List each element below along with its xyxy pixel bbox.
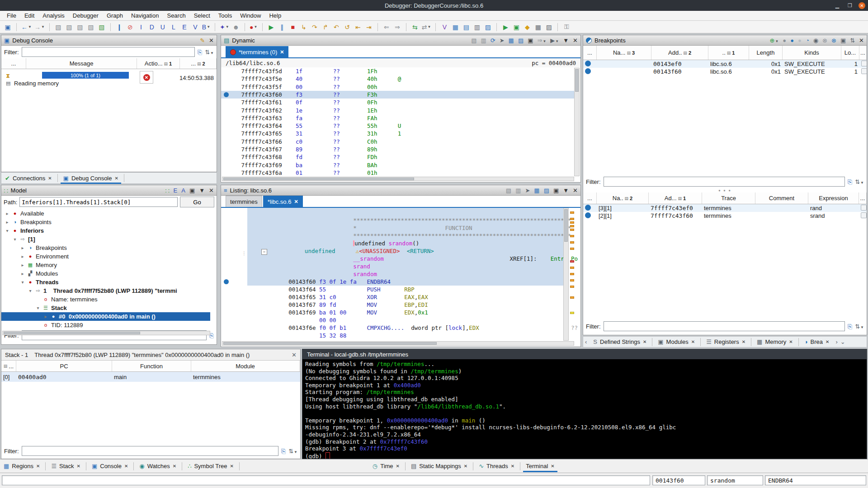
close-icon[interactable]: ✕: [292, 352, 297, 358]
overview-marker[interactable]: [570, 286, 574, 288]
menu-analysis[interactable]: Analysis: [38, 11, 68, 21]
filter-config-icon[interactable]: ⇅▼: [205, 49, 214, 55]
snapshot-icon[interactable]: ▧: [98, 23, 106, 32]
clone-icon[interactable]: ▧: [87, 23, 95, 32]
overview-marker[interactable]: [570, 273, 574, 275]
forward-icon[interactable]: →▼: [34, 23, 45, 32]
kill-icon[interactable]: ■: [289, 23, 297, 32]
column-header[interactable]: ...▤2: [180, 58, 217, 69]
tree-node[interactable]: ▾⇨[1]: [1, 235, 210, 244]
breakpoint-enabled-icon[interactable]: [585, 212, 591, 218]
menu-arrow-icon[interactable]: ▼: [199, 188, 205, 193]
clear-filter-icon[interactable]: ⎘: [281, 448, 286, 454]
bookmark-e-icon[interactable]: E: [180, 23, 189, 32]
overview-marker[interactable]: [570, 241, 574, 244]
refresh-icon[interactable]: ⟳: [491, 38, 495, 43]
debug-console-filter-input[interactable]: [22, 47, 195, 57]
memory-row[interactable]: 7ffff7c43f6a 01 ?? 01h: [221, 169, 574, 177]
nav-next-icon[interactable]: ⇒: [393, 23, 401, 32]
overview-marker[interactable]: [570, 221, 574, 224]
menu-help[interactable]: Help: [265, 11, 285, 21]
column-header[interactable]: Expression: [808, 192, 859, 204]
listing-line[interactable]: 00143f65 31 c0 XOR EAX,EAX: [255, 293, 428, 301]
bookmark-l-icon[interactable]: L: [170, 23, 178, 32]
clear-breakpoint-icon[interactable]: ⊗: [822, 38, 827, 43]
overview-marker[interactable]: [570, 218, 574, 220]
tree-node[interactable]: ▸●Available: [1, 209, 210, 218]
overview-marker[interactable]: [570, 248, 574, 250]
tree-expander[interactable]: ▾: [36, 305, 40, 310]
close-button[interactable]: ✕: [859, 2, 865, 9]
clear-filter-icon[interactable]: ⎘: [198, 49, 202, 55]
terminal-prompt-line[interactable]: (gdb): [305, 452, 330, 459]
tree-expander[interactable]: ▸: [5, 211, 9, 216]
breakpoint-marker-icon[interactable]: [224, 279, 229, 284]
grid-icon[interactable]: ▦: [534, 23, 542, 32]
seek-icon[interactable]: ▣: [840, 38, 846, 43]
save-icon[interactable]: ▣: [4, 23, 12, 32]
tab-console[interactable]: ▣Console✕: [88, 460, 132, 472]
listing-line[interactable]: __srandom XREF[1]: Entry Po: [255, 255, 578, 263]
table-icon[interactable]: ▦: [451, 23, 459, 32]
close-icon[interactable]: ✕: [209, 188, 214, 193]
model-hscrollbar[interactable]: [2, 331, 210, 335]
listing-line[interactable]: * FUNCTION *: [255, 224, 571, 232]
paste-icon[interactable]: ▥: [515, 188, 521, 193]
copy-icon[interactable]: ▧: [471, 38, 476, 43]
column-header[interactable]: Message: [26, 58, 137, 69]
bookmark-b-icon[interactable]: B▼: [202, 23, 210, 32]
table-icon[interactable]: ▦: [534, 188, 539, 193]
column-header[interactable]: ...: [583, 46, 597, 60]
step-into-icon[interactable]: ↳: [300, 23, 308, 32]
copy-icon[interactable]: ▧: [506, 188, 511, 193]
tree-node[interactable]: ▾●Threads: [1, 278, 210, 286]
listing-line[interactable]: srand: [255, 263, 370, 270]
tab-termmines[interactable]: termmines: [226, 196, 262, 207]
breakpoint-row[interactable]: 00143f60libc.so.60x1SW_EXECUTE1: [583, 68, 867, 75]
terminal-output[interactable]: Reading symbols from /tmp/termmines...(N…: [302, 359, 867, 459]
row-checkbox[interactable]: [861, 205, 867, 211]
tab-symbol-tree[interactable]: ∴Symbol Tree✕: [184, 460, 237, 472]
breakpoint-marker-icon[interactable]: [224, 92, 229, 97]
add-breakpoint-icon[interactable]: ⊕▼: [769, 38, 778, 43]
tree-expander[interactable]: ▸: [43, 314, 48, 319]
column-header[interactable]: ...: [859, 192, 867, 204]
tab-connections[interactable]: ✔Connections✕: [1, 172, 56, 184]
column-header[interactable]: Kinds: [783, 46, 841, 60]
bytes-icon[interactable]: ▥: [473, 23, 481, 32]
menu-arrow-icon[interactable]: ▼: [563, 38, 569, 43]
listing-line[interactable]: 00143f69 ba 01 00 MOV EDX,0x1: [255, 309, 428, 316]
column-header[interactable]: Comment: [755, 192, 808, 204]
memory-row[interactable]: 7ffff7c43f65 31 ?? 31h 1: [221, 130, 574, 137]
skip-back-icon[interactable]: ⇤: [354, 23, 362, 32]
overview-marker[interactable]: [570, 235, 574, 237]
tab-defined-strings[interactable]: SDefined Strings✕: [590, 337, 650, 347]
menu-graph[interactable]: Graph: [103, 11, 127, 21]
menu-navigation[interactable]: Navigation: [127, 11, 163, 21]
listing-line[interactable]: 00143f6e f0 0f b1 CMPXCHG.... dword ptr …: [255, 324, 578, 332]
listing-line[interactable]: 00143f67 89 fd MOV EBP,EDI: [255, 301, 428, 309]
menu-tools[interactable]: Tools: [214, 11, 236, 21]
column-header[interactable]: ▤...: [1, 361, 16, 371]
paste-icon[interactable]: ▥: [481, 38, 486, 43]
tab-regions[interactable]: ▦Regions✕: [0, 460, 43, 472]
cancel-task-button[interactable]: ✕: [140, 71, 153, 84]
tree-node[interactable]: ▸●Environment: [1, 252, 210, 261]
locations-filter-input[interactable]: [604, 321, 845, 331]
paste-icon[interactable]: ▧: [54, 23, 62, 32]
tab-terminal[interactable]: Terminal✕: [522, 460, 558, 472]
tree-expander[interactable]: ▾: [28, 288, 33, 293]
memory-row[interactable]: 7ffff7c43f67 89 ?? 89h: [221, 145, 574, 153]
listing-line[interactable]: 00 00: [255, 316, 336, 324]
memory-row[interactable]: 7ffff7c43f5f 00 ?? 00h: [221, 83, 574, 91]
memory-row[interactable]: 7ffff7c43f66 c0 ?? C0h: [221, 138, 574, 145]
enable-breakpoint-icon[interactable]: ●: [783, 38, 786, 43]
column-header[interactable]: ...: [583, 192, 597, 204]
tree-node[interactable]: ▸▞Modules: [1, 269, 210, 278]
copy-special-icon[interactable]: ▧: [76, 23, 84, 32]
tree-node[interactable]: ▸◑Breakpoints: [1, 218, 210, 226]
column-header[interactable]: Na...▤3: [597, 46, 651, 60]
tab-watches[interactable]: ◉Watches✕: [136, 460, 180, 472]
calc-icon[interactable]: ▨: [484, 23, 492, 32]
listing-view[interactable]: ****************************************…: [221, 208, 580, 341]
